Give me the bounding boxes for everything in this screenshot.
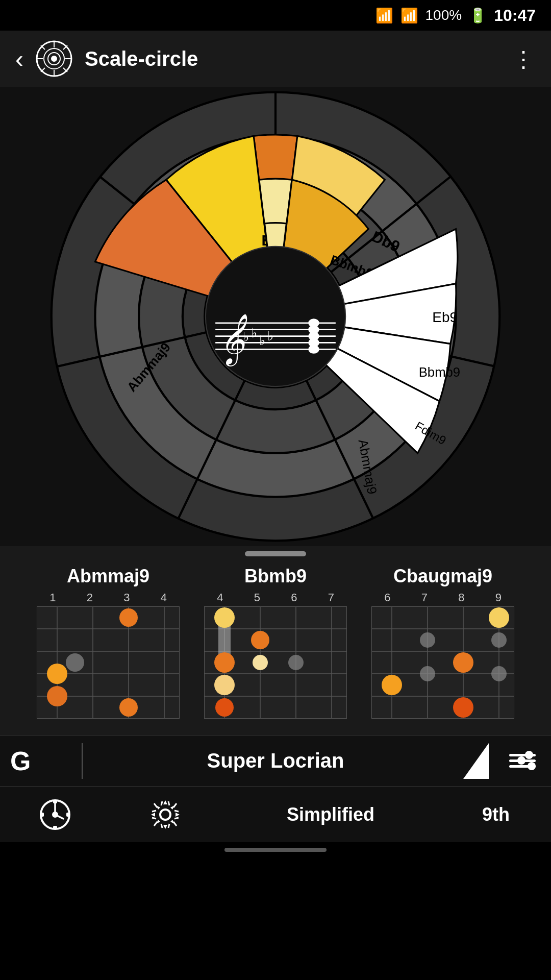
sliders-icon	[509, 754, 536, 768]
svg-point-78	[253, 655, 268, 670]
ninth-button[interactable]: 9th	[441, 787, 551, 842]
chord-card-2[interactable]: Bbmb9 4 5 6 7	[196, 566, 355, 719]
svg-point-50	[308, 345, 319, 354]
app-title: Scale-circle	[85, 47, 500, 70]
svg-point-61	[66, 653, 84, 672]
scale-name: Super Locrian	[93, 749, 458, 772]
wifi-icon: 📶	[375, 7, 393, 24]
svg-point-79	[288, 655, 304, 670]
scale-key: G	[10, 746, 71, 776]
chord-name-2: Bbmb9	[244, 566, 307, 587]
svg-point-93	[491, 632, 507, 648]
svg-point-91	[489, 607, 509, 628]
chord-card-1[interactable]: Abmmaj9 1 2 3 4	[29, 566, 187, 719]
svg-point-75	[214, 607, 235, 628]
settings-bar: Simplified 9th	[0, 786, 551, 842]
svg-point-1	[51, 56, 57, 62]
scale-bar: G Super Locrian	[0, 735, 551, 786]
app-header: ‹ Scale-circle ⋮	[0, 31, 551, 87]
svg-point-81	[215, 698, 234, 717]
back-button[interactable]: ‹	[15, 45, 23, 73]
chord-cards-section: Abmmaj9 1 2 3 4	[0, 546, 551, 735]
svg-text:♭: ♭	[267, 329, 273, 343]
status-bar: 📶 📶 100% 🔋 10:47	[0, 0, 551, 31]
chord-name-1: Abmmaj9	[67, 566, 149, 587]
svg-text:Eb9: Eb9	[432, 309, 458, 325]
svg-point-62	[47, 664, 67, 684]
home-bar	[224, 848, 327, 852]
svg-point-95	[420, 666, 435, 681]
gear-icon	[149, 798, 182, 831]
home-indicator	[0, 842, 551, 857]
svg-text:♭: ♭	[251, 326, 257, 340]
simplified-button[interactable]: Simplified	[220, 787, 441, 842]
svg-point-63	[47, 686, 67, 706]
battery-icon: 🔋	[469, 7, 487, 24]
chord-card-3[interactable]: Cbaugmaj9 6 7 8 9	[364, 566, 522, 719]
chord-name-3: Cbaugmaj9	[393, 566, 492, 587]
gear-settings-button[interactable]	[110, 787, 220, 842]
svg-point-96	[491, 666, 507, 681]
svg-point-77	[214, 652, 235, 673]
svg-point-107	[160, 810, 170, 820]
svg-rect-105	[41, 813, 44, 817]
svg-point-94	[453, 652, 473, 673]
svg-point-80	[214, 675, 235, 695]
simplified-label: Simplified	[287, 804, 374, 825]
clock-icon	[39, 798, 71, 831]
fret-numbers-3: 6 7 8 9	[364, 591, 522, 604]
chord-cards-container: Abmmaj9 1 2 3 4	[0, 566, 551, 719]
drag-handle[interactable]	[245, 551, 306, 556]
scale-divider	[82, 743, 83, 779]
svg-point-98	[453, 697, 473, 718]
scale-circle-svg[interactable]: Gdimb9 Db9 Cbaugmaj9 Abmmaj9 Eb9 Bbmb9 F…	[0, 87, 551, 546]
svg-rect-104	[53, 826, 57, 829]
filter-button[interactable]	[504, 749, 541, 773]
clock-time: 10:47	[494, 6, 536, 25]
signal-icon: 📶	[400, 7, 418, 24]
overflow-menu-button[interactable]: ⋮	[512, 46, 536, 72]
svg-point-64	[119, 698, 138, 717]
fret-numbers-2: 4 5 6 7	[196, 591, 355, 604]
ninth-label: 9th	[482, 804, 510, 825]
fretboard-3	[371, 606, 514, 719]
fretboard-2	[204, 606, 347, 719]
svg-rect-103	[53, 800, 57, 803]
battery-percent: 100%	[425, 7, 462, 23]
svg-point-60	[119, 608, 138, 627]
scale-triangle-indicator	[463, 743, 489, 779]
fretboard-1	[37, 606, 180, 719]
svg-text:Bbmb9: Bbmb9	[419, 365, 460, 379]
fret-numbers-1: 1 2 3 4	[29, 591, 187, 604]
svg-point-76	[251, 631, 269, 649]
svg-text:♭: ♭	[259, 333, 265, 348]
scale-circle-section: Gdimb9 Db9 Cbaugmaj9 Abmmaj9 Eb9 Bbmb9 F…	[0, 87, 551, 546]
svg-text:♭: ♭	[243, 330, 249, 344]
svg-point-92	[420, 632, 435, 648]
clock-settings-button[interactable]	[0, 787, 110, 842]
svg-point-97	[382, 675, 402, 695]
app-logo	[36, 40, 72, 77]
svg-rect-106	[66, 813, 69, 817]
